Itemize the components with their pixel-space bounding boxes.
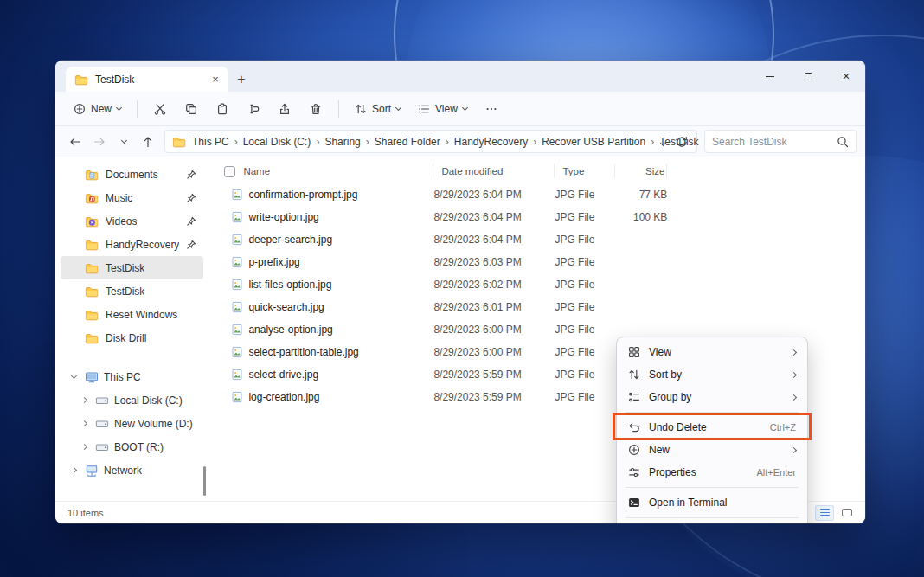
sidebar-gap <box>55 349 207 365</box>
new-plus-icon <box>74 103 86 115</box>
see-more-button[interactable] <box>477 96 506 122</box>
sidebar-item-handyrecovery[interactable]: HandyRecovery <box>61 233 203 256</box>
image-file-icon <box>231 279 243 291</box>
file-row-confirmation-prompt-jpg[interactable]: confirmation-prompt.jpg8/29/2023 6:04 PM… <box>207 183 865 206</box>
sidebar-item-reset-windows[interactable]: Reset Windows <box>61 303 203 326</box>
chevron-right-icon[interactable] <box>78 421 90 426</box>
search-box[interactable]: Search TestDisk <box>704 130 857 153</box>
select-all-checkbox[interactable] <box>224 166 235 177</box>
sidebar-item-disk-drill[interactable]: Disk Drill <box>61 326 203 349</box>
delete-button[interactable] <box>301 96 330 122</box>
breadcrumb-separator-icon: › <box>530 136 539 148</box>
column-header-date-modified[interactable]: Date modified <box>433 164 555 178</box>
maximize-button[interactable] <box>789 61 827 92</box>
menu-item-label: Properties <box>649 466 748 478</box>
file-row-quick-search-jpg[interactable]: quick-search.jpg8/29/2023 6:01 PMJPG Fil… <box>207 296 865 318</box>
copy-button[interactable] <box>176 96 206 122</box>
breadcrumb-segment-shared-folder[interactable]: Shared Folder <box>372 134 443 150</box>
chevron-down-icon <box>462 105 468 111</box>
breadcrumb-separator-icon: › <box>313 136 322 148</box>
view-button[interactable]: View <box>410 98 475 120</box>
breadcrumb-segment-local-disk-c[interactable]: Local Disk (C:) <box>241 134 314 150</box>
file-row-write-option-jpg[interactable]: write-option.jpg8/29/2023 6:04 PMJPG Fil… <box>207 206 865 228</box>
folder-icon <box>85 331 99 345</box>
image-file-icon <box>231 256 243 268</box>
minimize-button[interactable] <box>751 61 789 92</box>
sidebar-item-new-volume-d[interactable]: New Volume (D:) <box>61 412 203 435</box>
file-date-modified: 8/29/2023 6:01 PM <box>433 301 555 313</box>
details-view-button[interactable] <box>815 505 834 521</box>
refresh-button[interactable] <box>671 136 690 148</box>
chevron-right-icon[interactable] <box>78 398 90 402</box>
menu-item-group-by[interactable]: Group by <box>620 386 804 408</box>
folder-icon <box>74 73 88 87</box>
forward-button[interactable] <box>88 131 111 153</box>
close-button[interactable]: × <box>827 61 865 92</box>
new-button[interactable]: New <box>66 98 129 120</box>
menu-item-view[interactable]: View <box>620 341 804 363</box>
sidebar-item-testdisk[interactable]: TestDisk <box>61 256 203 279</box>
address-box[interactable]: This PC›Local Disk (C:)›Sharing›Shared F… <box>164 130 697 153</box>
breadcrumb-segment-sharing[interactable]: Sharing <box>322 134 363 150</box>
share-button[interactable] <box>270 96 299 122</box>
breadcrumb-segment-recover-usb-partition[interactable]: Recover USB Partition <box>539 134 648 150</box>
chevron-right-icon <box>791 394 797 400</box>
chevron-right-icon[interactable] <box>67 468 80 472</box>
sidebar-item-videos[interactable]: Videos <box>61 209 203 233</box>
sidebar-item-music[interactable]: Music <box>61 186 203 209</box>
menu-item-properties[interactable]: PropertiesAlt+Enter <box>620 461 804 484</box>
sidebar-item-boot-r[interactable]: BOOT (R:) <box>61 435 203 458</box>
tab-testdisk[interactable]: TestDisk × <box>66 67 228 92</box>
large-icons-view-button[interactable] <box>837 505 857 521</box>
menu-item-open-in-terminal[interactable]: Open in Terminal <box>620 491 804 514</box>
breadcrumb-segment-handyrecovery[interactable]: HandyRecovery <box>452 134 530 150</box>
group-icon <box>628 391 640 403</box>
menu-item-new[interactable]: New <box>620 439 804 461</box>
new-tab-button[interactable]: + <box>228 67 254 92</box>
column-header-name[interactable]: Name <box>235 164 433 178</box>
documents-folder-icon <box>85 168 99 182</box>
menu-item-show-more-options[interactable]: Show more options <box>620 522 804 523</box>
main-area: DocumentsMusicVideosHandyRecoveryTestDis… <box>55 157 865 501</box>
paste-button[interactable] <box>208 96 237 122</box>
menu-separator <box>626 487 799 488</box>
sidebar-item-network[interactable]: Network <box>61 458 203 482</box>
menu-item-undo-delete[interactable]: Undo DeleteCtrl+Z <box>620 416 804 439</box>
sidebar-item-local-disk-c[interactable]: Local Disk (C:) <box>61 388 203 412</box>
file-date-modified: 8/29/2023 6:04 PM <box>433 189 555 201</box>
sort-button[interactable]: Sort <box>347 98 408 120</box>
folder-icon <box>85 238 99 252</box>
menu-item-sort-by[interactable]: Sort by <box>620 363 804 386</box>
column-header-row: NameDate modifiedTypeSize <box>235 164 667 178</box>
recent-locations-button[interactable] <box>112 131 135 153</box>
file-row-p-prefix-jpg[interactable]: p-prefix.jpg8/29/2023 6:03 PMJPG File <box>207 251 865 273</box>
file-name: log-creation.jpg <box>248 391 433 403</box>
chevron-down-icon[interactable] <box>67 375 80 378</box>
column-header-type[interactable]: Type <box>555 164 615 178</box>
chevron-right-icon[interactable] <box>78 445 90 449</box>
sidebar-item-testdisk[interactable]: TestDisk <box>61 279 203 303</box>
sidebar-scrollbar[interactable] <box>203 466 206 496</box>
folder-icon <box>74 73 88 87</box>
column-header-size[interactable]: Size <box>615 164 667 178</box>
menu-separator <box>626 517 799 518</box>
terminal-icon <box>628 497 640 509</box>
file-row-deeper-search-jpg[interactable]: deeper-search.jpg8/29/2023 6:04 PMJPG Fi… <box>207 228 865 251</box>
back-button[interactable] <box>64 131 87 153</box>
up-button[interactable] <box>137 131 159 153</box>
rename-button[interactable] <box>239 96 268 122</box>
sort-arrows-icon <box>355 103 367 115</box>
address-dropdown-button[interactable] <box>656 136 671 148</box>
search-icon <box>837 136 849 148</box>
file-type: JPG File <box>555 369 615 381</box>
menu-item-label: Open in Terminal <box>649 497 796 509</box>
sidebar-item-this-pc[interactable]: This PC <box>61 365 203 388</box>
sidebar-item-documents[interactable]: Documents <box>61 163 203 186</box>
chevron-down-icon <box>660 139 666 145</box>
breadcrumb-segment-this-pc[interactable]: This PC <box>189 134 232 150</box>
tab-close-button[interactable]: × <box>208 72 223 87</box>
chevron-down-icon <box>395 105 401 111</box>
cut-button[interactable] <box>145 96 175 122</box>
column-headers: NameDate modifiedTypeSize <box>207 159 865 183</box>
file-row-list-files-option-jpg[interactable]: list-files-option.jpg8/29/2023 6:02 PMJP… <box>207 273 865 296</box>
